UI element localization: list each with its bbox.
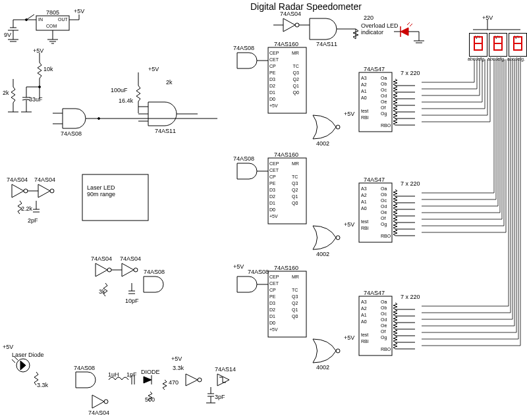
v5-a: +5V <box>33 47 43 54</box>
v5-disp: +5V <box>482 14 493 21</box>
as04-top: 74AS04 <box>280 11 301 17</box>
ctr2-pins-l: CEPCETCPPED3D2D1D0+5V <box>269 161 279 220</box>
ctr3-pins-r: MRTCQ3Q2Q1Q0 <box>292 274 299 320</box>
vreg-label: 7805 <box>46 9 59 16</box>
c33uf: 33uF <box>29 96 43 103</box>
dec3-l: A3A2A1A0testRBI <box>361 299 369 345</box>
v5-d1: +5V <box>344 111 354 117</box>
as08-c3: 74AS08 <box>248 269 269 275</box>
as04-bl2: 74AS04 <box>34 176 55 183</box>
r220-led: 220 <box>364 14 374 21</box>
diode-lbl: DIODE <box>141 369 160 375</box>
r7x220-2: 7 x 220 <box>401 180 420 187</box>
as47-1: 74AS47 <box>364 66 385 72</box>
r16-4k: 16.4k <box>119 97 133 104</box>
seven-seg-display-3: V+ <box>509 33 527 57</box>
overload-text: Overload LED indicator <box>361 22 399 36</box>
v5-d3: +5V <box>344 334 354 341</box>
svg-line-15 <box>26 14 34 20</box>
dec2-l: A3A2A1A0testRBI <box>361 186 369 232</box>
seg-pins-1: abcdefg. <box>468 57 485 61</box>
as08-c1: 74AS08 <box>233 45 254 51</box>
seg-pins-3: abcdefg. <box>507 57 525 61</box>
nor-2: 4002 <box>316 251 329 257</box>
as04-m1: 74AS04 <box>91 255 112 262</box>
as08-a: 74AS08 <box>61 130 82 137</box>
as11-top: 74AS11 <box>316 41 337 47</box>
dec3-r: OaObOcOdOeOfOgRBO <box>381 299 391 352</box>
ctr2-pins-r: MRTCQ3Q2Q1Q0 <box>292 161 299 207</box>
r7x220-3: 7 x 220 <box>401 294 420 300</box>
as04-rx: 74AS04 <box>88 409 109 416</box>
c10pf: 10pF <box>125 298 139 304</box>
as08-m: 74AS08 <box>144 269 165 275</box>
as47-2: 74AS47 <box>364 176 385 183</box>
svg-point-46 <box>336 236 340 240</box>
r3-3k-b: 3.3k <box>173 365 184 371</box>
nor-3: 4002 <box>316 364 329 371</box>
c2pf: 2pF <box>28 217 38 224</box>
r500: 500 <box>145 396 155 403</box>
v5-c3: +5V <box>233 263 244 270</box>
r2-2k: 2.2k <box>21 205 32 212</box>
svg-point-32 <box>98 118 100 120</box>
r2k-b: 2k <box>166 79 173 86</box>
laser-diode-label: Laser Diode <box>12 352 44 358</box>
r7x220-1: 7 x 220 <box>401 70 420 76</box>
ctr1-pins-l: CEPCETCPPED3D2D1D0+5V <box>269 50 279 109</box>
svg-rect-104 <box>82 174 148 221</box>
seven-seg-display-2: V+ <box>489 33 507 57</box>
as08-c2: 74AS08 <box>233 155 254 162</box>
as04-bl1: 74AS04 <box>7 176 28 183</box>
as47-3: 74AS47 <box>364 290 385 296</box>
laser-led-label: Laser LED 90m range <box>87 184 115 197</box>
v5-reg: +5V <box>74 8 84 14</box>
vreg-in: IN <box>38 17 43 22</box>
as160-1: 74AS160 <box>274 41 298 47</box>
r2k-a: 2k <box>3 90 9 96</box>
v5-b: +5V <box>148 66 159 72</box>
v5-bl: +5V <box>3 344 13 350</box>
battery-label: 9V <box>4 32 11 38</box>
ctr1-pins-r: MRTCQ3Q2Q1Q0 <box>292 50 299 96</box>
r3k: 3k <box>99 288 105 295</box>
nor-1: 4002 <box>316 140 329 147</box>
seg-pins-2: abcdefg. <box>487 57 505 61</box>
as08-rx: 74AS08 <box>74 365 95 371</box>
v5-rx: +5V <box>171 355 182 362</box>
as11-a: 74AS11 <box>155 128 176 134</box>
c3pf: 3pF <box>215 394 225 400</box>
seven-seg-display-1: V+ <box>469 33 487 57</box>
ctr3-pins-l: CEPCETCPPED3D2D1D0+5V <box>269 274 279 333</box>
schematic-canvas <box>0 0 527 420</box>
v5-d2: +5V <box>344 221 354 228</box>
vreg-out: OUT <box>58 17 68 22</box>
as14: 74AS14 <box>215 366 236 373</box>
as160-2: 74AS160 <box>274 151 298 158</box>
r10k: 10k <box>43 66 53 72</box>
svg-point-47 <box>336 349 340 353</box>
c100uf: 100uF <box>111 87 128 93</box>
dec1-l: A3A2A1A0testRBI <box>361 75 369 121</box>
c1pf: 1pF <box>126 371 137 378</box>
dec1-r: OaObOcOdOeOfOgRBO <box>381 75 391 128</box>
l1uh: 1uH <box>108 371 119 378</box>
vreg-com: COM <box>46 24 57 28</box>
r3-3k-a: 3.3k <box>37 382 48 388</box>
as160-3: 74AS160 <box>274 265 298 271</box>
svg-point-45 <box>336 125 340 129</box>
as04-m2: 74AS04 <box>120 255 141 262</box>
dec2-r: OaObOcOdOeOfOgRBO <box>381 186 391 239</box>
r470: 470 <box>169 379 179 386</box>
